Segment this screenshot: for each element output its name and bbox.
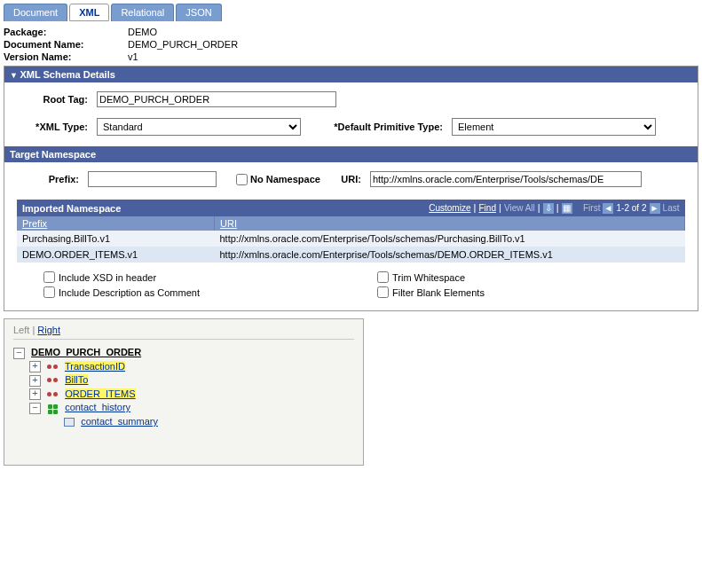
expand-icon[interactable]: +: [29, 388, 41, 400]
primitive-icon: [47, 375, 59, 386]
xml-schema-panel: XML Schema Details Root Tag: *XML Type: …: [4, 66, 698, 311]
tree-panel: Left | Right − DEMO_PURCH_ORDER + Transa…: [4, 318, 364, 466]
imported-ns-title: Imported Namespace: [17, 200, 215, 216]
version-label: Version Name:: [4, 51, 128, 62]
tab-xml[interactable]: XML: [69, 4, 109, 21]
node-billto[interactable]: BillTo: [65, 374, 88, 385]
ns-uri-cell: http://xmlns.oracle.com/Enterprise/Tools…: [215, 231, 685, 247]
tree-left-link: Left: [13, 325, 29, 335]
no-namespace-checkbox[interactable]: [236, 174, 248, 185]
customize-link[interactable]: Customize: [429, 203, 470, 213]
imported-ns-table: Imported Namespace Customize | Find | Vi…: [17, 200, 685, 263]
options-row: Include XSD in header Include Descriptio…: [17, 271, 685, 302]
trim-ws-label: Trim Whitespace: [392, 272, 465, 283]
default-prim-label: *Default Primitive Type:: [310, 122, 443, 132]
compound-icon: [47, 404, 59, 414]
tree-right-link[interactable]: Right: [37, 325, 60, 335]
table-row: Purchasing.BillTo.v1 http://xmlns.oracle…: [17, 231, 685, 247]
docname-label: Document Name:: [4, 39, 128, 50]
table-row: DEMO.ORDER_ITEMS.v1 http://xmlns.oracle.…: [17, 247, 685, 263]
ns-prefix-cell: DEMO.ORDER_ITEMS.v1: [17, 247, 215, 263]
leaf-icon: [63, 417, 75, 427]
target-ns-header: Target Namespace: [4, 146, 698, 162]
tab-relational[interactable]: Relational: [111, 4, 174, 21]
root-tag-input[interactable]: [97, 91, 336, 107]
xml-type-select[interactable]: Standard: [97, 118, 301, 136]
first-link: First: [583, 203, 600, 213]
default-prim-select[interactable]: Element: [452, 118, 656, 136]
panel-header-schema[interactable]: XML Schema Details: [4, 67, 698, 82]
download-icon[interactable]: ⇩: [543, 203, 554, 214]
node-contact-summary[interactable]: contact_summary: [81, 416, 158, 427]
ns-prefix-cell: Purchasing.BillTo.v1: [17, 231, 215, 247]
range-text: 1-2 of 2: [617, 203, 647, 213]
include-desc-label: Include Description as Comment: [59, 287, 200, 298]
version-value: v1: [128, 51, 138, 62]
no-namespace-label: No Namespace: [250, 174, 320, 184]
package-value: DEMO: [128, 27, 157, 37]
node-order-items[interactable]: ORDER_ITEMS: [65, 388, 135, 399]
tab-json[interactable]: JSON: [176, 4, 221, 21]
grid-icon[interactable]: ▦: [562, 203, 572, 214]
expand-icon[interactable]: +: [29, 375, 41, 387]
viewall-link: View All: [504, 203, 535, 213]
filter-blank-checkbox[interactable]: [377, 286, 389, 298]
xml-tree: − DEMO_PURCH_ORDER + TransactionID + Bil…: [13, 347, 354, 427]
meta-block: Package: DEMO Document Name: DEMO_PURCH_…: [4, 27, 698, 62]
filter-blank-label: Filter Blank Elements: [392, 287, 485, 298]
prev-icon[interactable]: ◄: [603, 203, 613, 214]
expand-icon[interactable]: +: [29, 361, 41, 372]
tree-root-node[interactable]: DEMO_PURCH_ORDER: [31, 347, 141, 357]
include-desc-checkbox[interactable]: [43, 286, 55, 298]
primitive-icon: [47, 362, 59, 372]
uri-input[interactable]: [370, 171, 642, 187]
spacer: ·: [45, 418, 57, 427]
tab-document[interactable]: Document: [4, 4, 67, 21]
col-prefix-sort[interactable]: Prefix: [22, 218, 47, 229]
collapse-icon[interactable]: −: [29, 403, 41, 414]
find-link[interactable]: Find: [478, 203, 495, 213]
include-xsd-label: Include XSD in header: [59, 272, 156, 283]
col-uri-sort[interactable]: URI: [220, 218, 237, 229]
package-label: Package:: [4, 27, 128, 37]
ns-uri-cell: http://xmlns.oracle.com/Enterprise/Tools…: [215, 247, 685, 263]
include-xsd-checkbox[interactable]: [43, 271, 55, 283]
docname-value: DEMO_PURCH_ORDER: [128, 39, 238, 50]
next-icon[interactable]: ►: [650, 203, 660, 214]
prefix-label: Prefix:: [40, 174, 79, 184]
primitive-icon: [47, 389, 59, 400]
imported-ns-toolbar: Customize | Find | View All | ⇩ | ▦ Firs…: [215, 200, 685, 216]
trim-ws-checkbox[interactable]: [377, 271, 389, 283]
root-tag-label: Root Tag:: [17, 94, 88, 105]
uri-label: URI:: [329, 174, 361, 184]
xml-type-label: *XML Type:: [17, 122, 88, 132]
node-contact-history[interactable]: contact_history: [65, 402, 130, 412]
node-transactionid[interactable]: TransactionID: [65, 361, 125, 372]
last-link: Last: [663, 203, 680, 213]
tab-bar: Document XML Relational JSON: [4, 4, 698, 21]
collapse-icon[interactable]: −: [13, 348, 25, 359]
prefix-input[interactable]: [88, 171, 217, 187]
